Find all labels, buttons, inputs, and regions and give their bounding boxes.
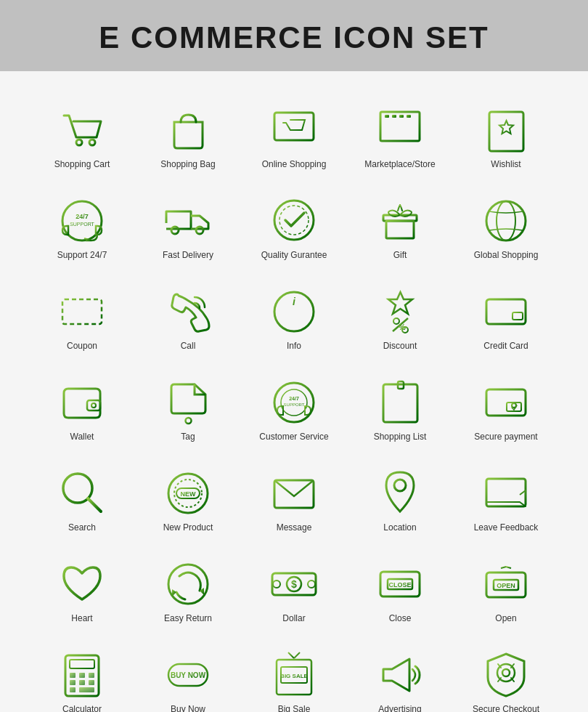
icon-item-advertising: Advertising xyxy=(347,638,453,712)
gift-icon xyxy=(375,197,425,244)
close-icon: CLOSE xyxy=(375,560,425,607)
svg-rect-13 xyxy=(392,115,396,118)
svg-rect-12 xyxy=(385,115,389,118)
icon-item-open: OPEN Open xyxy=(453,547,559,631)
icon-item-global: Global Shopping xyxy=(453,184,559,267)
svg-point-4 xyxy=(89,139,95,145)
secure-payment-label: Secure payment xyxy=(474,432,537,442)
heart-label: Heart xyxy=(71,613,92,623)
calculator-label: Calculator xyxy=(62,704,102,712)
dollar-label: Dollar xyxy=(282,613,305,623)
icon-item-dollar: $ Dollar xyxy=(241,547,347,631)
svg-rect-115 xyxy=(79,680,85,685)
marketplace-label: Marketplace/Store xyxy=(364,159,435,169)
icon-item-tag: Tag xyxy=(135,365,241,449)
support-label: Support 24/7 xyxy=(57,250,107,260)
open-icon: OPEN xyxy=(481,560,531,607)
page-header: E COMMERCE ICON SET xyxy=(0,0,588,71)
svg-text:24/7: 24/7 xyxy=(289,396,299,401)
open-label: Open xyxy=(495,613,516,623)
easy-return-icon xyxy=(163,560,213,607)
icon-item-credit-card: Credit Card xyxy=(453,275,559,358)
search-icon xyxy=(57,469,107,517)
svg-rect-110 xyxy=(70,660,94,668)
icon-item-secure-checkout: Secure Checkout xyxy=(453,638,559,712)
icon-item-big-sale: BIG SALE Big Sale xyxy=(241,638,347,712)
svg-rect-58 xyxy=(87,400,100,410)
svg-rect-112 xyxy=(79,673,85,678)
dollar-icon: $ xyxy=(269,560,319,607)
icon-item-buy-now: BUY NOW Buy Now xyxy=(135,638,241,712)
svg-text:$: $ xyxy=(291,578,297,590)
icon-item-shopping-list: Shopping List xyxy=(347,365,453,449)
buy-now-label: Buy Now xyxy=(171,704,205,712)
close-label: Close xyxy=(389,613,412,623)
advertising-label: Advertising xyxy=(378,704,421,712)
global-icon xyxy=(481,197,531,244)
svg-text:SUPPORT: SUPPORT xyxy=(70,222,94,227)
icon-item-wishlist: Wishlist xyxy=(453,93,559,177)
credit-card-icon xyxy=(481,288,531,335)
icon-item-coupon: Coupon xyxy=(29,275,135,358)
online-shopping-icon xyxy=(269,106,319,153)
calculator-icon xyxy=(57,651,107,698)
coupon-icon xyxy=(57,288,107,335)
svg-point-51 xyxy=(393,318,399,324)
new-product-label: New Product xyxy=(163,522,213,533)
shopping-list-label: Shopping List xyxy=(374,432,427,442)
icon-item-secure-payment: Secure payment xyxy=(453,365,559,449)
heart-icon xyxy=(57,560,107,607)
svg-rect-6 xyxy=(274,113,314,140)
icon-item-info: i Info xyxy=(241,275,347,358)
support-icon: 24/7 SUPPORT xyxy=(57,197,107,244)
discount-icon: % xyxy=(375,288,425,335)
svg-rect-114 xyxy=(70,680,75,685)
advertising-icon xyxy=(375,651,425,698)
customer-service-label: Customer Service xyxy=(259,432,328,442)
call-label: Call xyxy=(181,341,196,351)
svg-point-97 xyxy=(308,580,315,588)
buy-now-icon: BUY NOW xyxy=(163,651,213,698)
icon-item-customer-service: 24/7 SUPPORT Customer Service xyxy=(241,365,347,449)
tag-label: Tag xyxy=(181,432,195,442)
svg-point-29 xyxy=(196,227,203,234)
quality-icon xyxy=(269,197,319,244)
icon-grid: Shopping Cart Shopping Bag xyxy=(29,93,559,712)
svg-point-59 xyxy=(91,403,96,408)
icon-grid-container: Shopping Cart Shopping Bag xyxy=(0,71,588,712)
page-title: E COMMERCE ICON SET xyxy=(0,20,588,55)
svg-rect-118 xyxy=(79,687,94,692)
svg-rect-15 xyxy=(407,115,411,118)
icon-item-calculator: Calculator xyxy=(29,638,135,712)
coupon-label: Coupon xyxy=(67,341,97,351)
shopping-cart-label: Shopping Cart xyxy=(54,159,110,169)
icon-item-close: CLOSE Close xyxy=(347,547,453,631)
svg-rect-56 xyxy=(513,312,523,320)
svg-text:OPEN: OPEN xyxy=(497,582,515,589)
svg-point-33 xyxy=(279,206,309,235)
icon-item-call: Call xyxy=(135,275,241,358)
svg-point-130 xyxy=(502,669,510,676)
svg-text:i: i xyxy=(293,296,296,307)
icon-item-online-shopping: Online Shopping xyxy=(241,93,347,177)
svg-rect-116 xyxy=(89,680,94,685)
call-icon xyxy=(163,288,213,335)
credit-card-label: Credit Card xyxy=(483,341,528,351)
big-sale-label: Big Sale xyxy=(278,704,311,712)
wallet-icon xyxy=(57,379,107,426)
gift-label: Gift xyxy=(393,250,407,260)
icon-item-marketplace: Marketplace/Store xyxy=(347,93,453,177)
svg-text:SUPPORT: SUPPORT xyxy=(284,402,305,407)
fast-delivery-icon xyxy=(163,197,213,244)
message-label: Message xyxy=(277,522,312,533)
svg-text:CLOSE: CLOSE xyxy=(388,581,411,588)
global-label: Global Shopping xyxy=(474,250,539,260)
svg-text:BUY NOW: BUY NOW xyxy=(171,671,206,679)
svg-rect-111 xyxy=(70,673,75,678)
location-label: Location xyxy=(383,522,416,533)
wallet-label: Wallet xyxy=(70,432,94,442)
icon-item-heart: Heart xyxy=(29,547,135,631)
quality-label: Quality Gurantee xyxy=(261,250,327,260)
icon-item-fast-delivery: Fast Delivery xyxy=(135,184,241,267)
icon-item-leave-feedback: Leave Feedback xyxy=(453,456,559,540)
